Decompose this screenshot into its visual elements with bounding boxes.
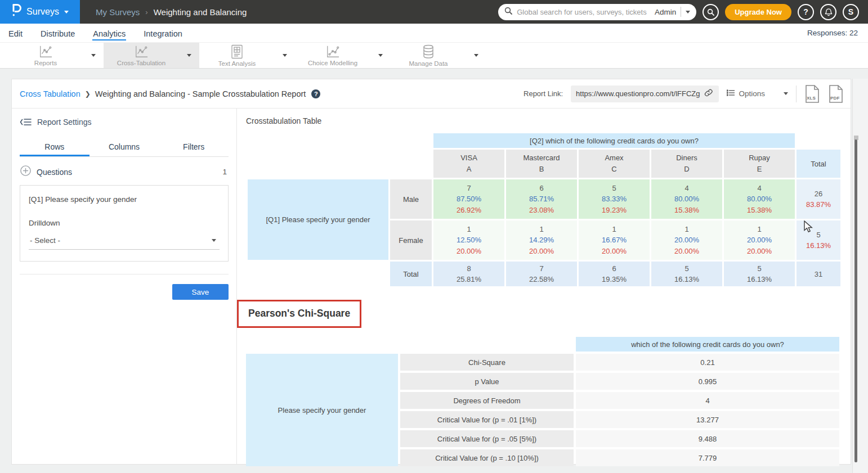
crosstab-row-label: Male (390, 179, 432, 219)
chi-square-highlight-box: Pearson's Chi-Square (237, 300, 361, 328)
toolbar-choice-modelling[interactable]: Choice Modelling (295, 43, 391, 68)
crosstab-cell: 685.71%23.08% (506, 179, 577, 219)
toolbar-cross-tabulation[interactable]: Cross-Tabulation (104, 43, 199, 68)
product-switcher[interactable]: Surveys (0, 0, 80, 24)
crosstab-cell: 116.67%20.00% (579, 220, 650, 260)
topbar: Surveys My Surveys › Weighting and Balan… (0, 0, 868, 24)
scrollbar-track[interactable] (852, 79, 868, 473)
document-grid-icon (231, 44, 243, 59)
crosstab-cell: 583.33%19.23% (579, 179, 650, 219)
crosstab-row-label: Female (390, 220, 432, 260)
database-icon (422, 44, 435, 59)
tab-integration[interactable]: Integration (143, 26, 183, 40)
tab-distribute[interactable]: Distribute (40, 26, 75, 40)
questions-label: Questions (37, 168, 72, 177)
chi-stat-value: 9.488 (576, 430, 839, 447)
search-icon (504, 7, 512, 17)
questionpro-logo-icon (11, 4, 21, 20)
breadcrumb-separator: › (145, 8, 147, 16)
divider (681, 7, 681, 17)
report-link-url[interactable]: https://www.questionpro.com/t/lFFCZg (576, 89, 700, 98)
crosstab-column-header: RupayE (724, 150, 795, 178)
upgrade-now-button[interactable]: Upgrade Now (725, 4, 791, 20)
chi-square-table: which of the following credit cards do y… (244, 335, 842, 469)
report-help-icon[interactable]: ? (311, 89, 320, 98)
report-link-field[interactable]: https://www.questionpro.com/t/lFFCZg (571, 85, 719, 102)
settings-tab-rows[interactable]: Rows (20, 138, 90, 156)
cross-tabulation-link[interactable]: Cross Tabulation (20, 89, 80, 98)
save-button[interactable]: Save (172, 284, 229, 300)
global-search[interactable]: Admin (498, 4, 696, 20)
crosstab-main: Crosstabulation Table [Q2] which of the … (237, 109, 851, 465)
divider (20, 274, 229, 274)
chi-stat-label: Critical Value for (p = .01 [1%]) (400, 411, 574, 428)
export-pdf-button[interactable]: PDF (828, 85, 844, 103)
breadcrumb: My Surveys › Weighting and Balancing (96, 7, 247, 17)
question-card: [Q1] Please specify your gender Drilldow… (20, 185, 229, 262)
report-card: Cross Tabulation ❯ Weighting and Balanci… (11, 79, 851, 465)
settings-tabs: RowsColumnsFilters (20, 138, 229, 157)
report-header: Cross Tabulation ❯ Weighting and Balanci… (12, 79, 851, 109)
settings-tab-filters[interactable]: Filters (159, 138, 229, 156)
chi-stat-value: 7.779 (576, 449, 839, 466)
analytics-toolbar: ReportsCross-TabulationText AnalysisChoi… (0, 43, 868, 69)
drilldown-select[interactable]: - Select - (29, 236, 220, 250)
drilldown-label: Drilldown (29, 219, 220, 227)
breadcrumb-survey-name: Weighting and Balancing (154, 7, 247, 17)
tab-edit[interactable]: Edit (8, 26, 23, 40)
add-question-icon[interactable] (20, 165, 31, 178)
crosstab-column-total: 825.81% (433, 262, 504, 286)
settings-tab-columns[interactable]: Columns (90, 138, 159, 156)
scrollbar-thumb[interactable] (854, 139, 857, 462)
tab-analytics[interactable]: Analytics (92, 26, 126, 40)
crosstab-column-header: MastercardB (506, 150, 577, 178)
crosstab-table: [Q2] which of the following credit cards… (246, 132, 842, 288)
toolbar-caret-icon[interactable] (179, 43, 199, 68)
notifications-button[interactable] (820, 4, 836, 20)
options-dropdown[interactable]: Options (727, 89, 788, 98)
crosstab-cell: 114.29%20.00% (506, 220, 577, 260)
chi-stat-value: 4 (576, 392, 839, 409)
responses-count[interactable]: Responses: 22 (807, 29, 858, 37)
search-scope-value[interactable]: Admin (655, 8, 676, 16)
toolbar-caret-icon[interactable] (466, 43, 486, 68)
chi-stat-label: Critical Value for (p = .05 [5%]) (400, 430, 574, 447)
crosstab-cell: 480.00%15.38% (651, 179, 722, 219)
help-button[interactable]: ? (798, 4, 814, 20)
crosstab-cell: 120.00%20.00% (724, 220, 795, 260)
question-text: [Q1] Please specify your gender (29, 195, 220, 204)
report-breadcrumb: Cross Tabulation ❯ Weighting and Balanci… (20, 89, 320, 98)
account-avatar[interactable]: S (843, 4, 859, 20)
collapse-panel-icon[interactable] (20, 118, 32, 126)
brand-label: Surveys (26, 7, 59, 17)
questions-row[interactable]: Questions 1 (20, 157, 229, 185)
search-input[interactable] (517, 8, 650, 16)
chi-stat-value: 13.277 (576, 411, 839, 428)
report-settings-title: Report Settings (37, 118, 92, 127)
chi-stat-label: p Value (400, 373, 574, 390)
survey-nav: EditDistributeAnalyticsIntegration Respo… (0, 24, 868, 43)
toolbar-caret-icon[interactable] (83, 43, 104, 68)
crosstab-cell: 120.00%20.00% (651, 220, 722, 260)
divider (796, 85, 797, 102)
options-caret-icon (784, 92, 788, 95)
export-xls-button[interactable]: XLS (804, 85, 820, 103)
toolbar-caret-icon[interactable] (370, 43, 391, 68)
toolbar-caret-icon[interactable] (275, 43, 295, 68)
toolbar-text-analysis[interactable]: Text Analysis (199, 43, 295, 68)
toolbar-reports[interactable]: Reports (8, 43, 104, 68)
options-label: Options (739, 89, 765, 98)
link-icon[interactable] (704, 89, 714, 99)
chi-row-header: Please specify your gender (246, 354, 398, 466)
breadcrumb-my-surveys[interactable]: My Surveys (96, 7, 140, 17)
toolbar-manage-data[interactable]: Manage Data (391, 43, 486, 68)
search-submit-button[interactable] (703, 4, 719, 20)
report-link-label: Report Link: (524, 89, 563, 98)
chi-stat-value: 0.21 (576, 354, 839, 371)
crosstab-row-group-header: [Q1] Please specify your gender (248, 179, 388, 260)
chi-stat-label: Critical Value for (p = .10 [10%]) (400, 449, 574, 466)
crosstab-column-group-header: [Q2] which of the following credit cards… (433, 133, 795, 148)
chi-stat-label: Chi-Square (400, 354, 574, 371)
search-scope-caret-icon[interactable] (686, 11, 690, 13)
line-chart-icon (134, 45, 149, 58)
